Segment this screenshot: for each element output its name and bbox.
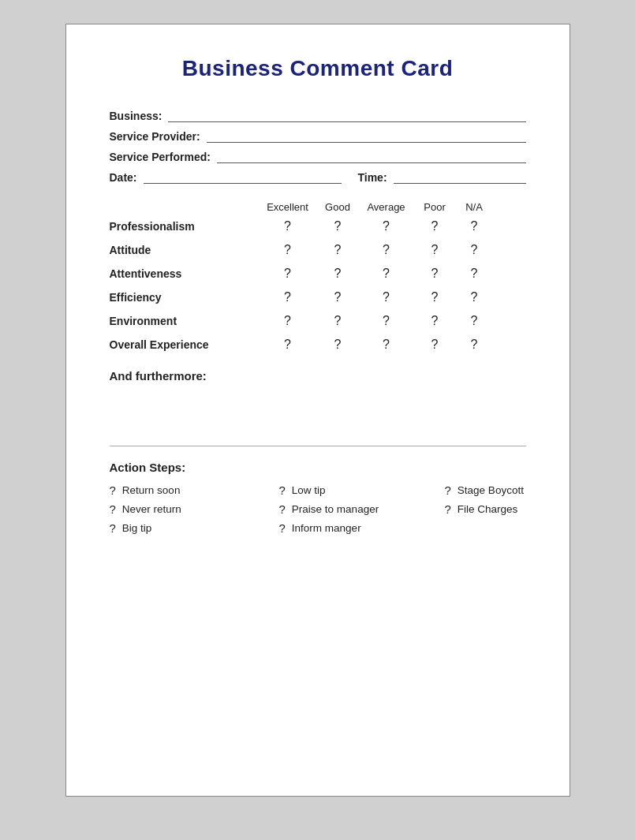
radio-excellent-2[interactable]: ? bbox=[260, 267, 316, 281]
business-input-line[interactable] bbox=[168, 110, 525, 122]
rating-row: Professionalism ? ? ? ? ? bbox=[110, 219, 526, 233]
action-text-0-1: Low tip bbox=[292, 484, 326, 496]
radio-poor-0[interactable]: ? bbox=[413, 219, 457, 233]
action-radio-0-2[interactable]: ? bbox=[445, 483, 451, 497]
rating-row-label: Overall Experience bbox=[110, 338, 260, 351]
rating-row: Attentiveness ? ? ? ? ? bbox=[110, 267, 526, 281]
header-poor: Poor bbox=[413, 201, 457, 213]
action-steps-section: Action Steps: ? Return soon ? Low tip ? … bbox=[110, 461, 526, 535]
fields-section: Business: Service Provider: Service Perf… bbox=[110, 110, 526, 184]
date-time-row: Date: Time: bbox=[110, 171, 526, 184]
radio-na-2[interactable]: ? bbox=[457, 267, 492, 281]
rating-rows-container: Professionalism ? ? ? ? ? Attitude ? ? ?… bbox=[110, 219, 526, 352]
action-text-0-0: Return soon bbox=[122, 484, 181, 496]
action-radio-2-1[interactable]: ? bbox=[279, 521, 286, 535]
radio-average-3[interactable]: ? bbox=[360, 290, 413, 304]
divider bbox=[110, 446, 526, 446]
radio-good-2[interactable]: ? bbox=[316, 267, 360, 281]
action-text-2-1: Inform manger bbox=[292, 522, 361, 534]
card-title: Business Comment Card bbox=[110, 56, 526, 81]
rating-row-label: Attentiveness bbox=[110, 267, 260, 280]
rating-row: Attitude ? ? ? ? ? bbox=[110, 243, 526, 257]
radio-good-1[interactable]: ? bbox=[316, 243, 360, 257]
radio-na-0[interactable]: ? bbox=[457, 219, 492, 233]
service-performed-input-line[interactable] bbox=[217, 151, 526, 163]
service-performed-field-row: Service Performed: bbox=[110, 151, 526, 163]
service-provider-input-line[interactable] bbox=[207, 130, 526, 143]
furthermore-section: And furthermore: bbox=[110, 369, 526, 383]
action-text-1-2: File Charges bbox=[458, 503, 518, 515]
action-col-1-1: ? Praise to manager bbox=[279, 502, 445, 516]
date-input-line[interactable] bbox=[144, 171, 342, 184]
rating-header-row: Excellent Good Average Poor N/A bbox=[110, 201, 526, 213]
header-good: Good bbox=[316, 201, 360, 213]
action-radio-1-1[interactable]: ? bbox=[279, 502, 286, 516]
action-col-0-1: ? Low tip bbox=[279, 483, 445, 497]
radio-average-0[interactable]: ? bbox=[360, 219, 413, 233]
header-excellent: Excellent bbox=[260, 201, 316, 213]
action-text-1-0: Never return bbox=[122, 503, 181, 515]
radio-na-1[interactable]: ? bbox=[457, 243, 492, 257]
radio-poor-5[interactable]: ? bbox=[413, 338, 457, 352]
radio-excellent-1[interactable]: ? bbox=[260, 243, 316, 257]
radio-na-4[interactable]: ? bbox=[457, 314, 492, 328]
furthermore-label: And furthermore: bbox=[110, 369, 526, 383]
rating-row-label: Attitude bbox=[110, 244, 260, 256]
service-provider-label: Service Provider: bbox=[110, 130, 200, 143]
action-radio-1-2[interactable]: ? bbox=[445, 502, 451, 516]
radio-excellent-0[interactable]: ? bbox=[260, 219, 316, 233]
business-label: Business: bbox=[110, 110, 162, 122]
action-steps-title: Action Steps: bbox=[110, 461, 526, 474]
radio-excellent-5[interactable]: ? bbox=[260, 338, 316, 352]
radio-average-4[interactable]: ? bbox=[360, 314, 413, 328]
radio-good-4[interactable]: ? bbox=[316, 314, 360, 328]
radio-poor-3[interactable]: ? bbox=[413, 290, 457, 304]
action-col-1-0: ? Never return bbox=[110, 502, 279, 516]
action-col-2-0: ? Big tip bbox=[110, 521, 279, 535]
header-na: N/A bbox=[457, 201, 492, 213]
radio-na-5[interactable]: ? bbox=[457, 338, 492, 352]
radio-good-0[interactable]: ? bbox=[316, 219, 360, 233]
radio-good-3[interactable]: ? bbox=[316, 290, 360, 304]
radio-poor-2[interactable]: ? bbox=[413, 267, 457, 281]
rating-row-label: Environment bbox=[110, 315, 260, 327]
action-row: ? Never return ? Praise to manager ? Fil… bbox=[110, 502, 526, 516]
radio-excellent-3[interactable]: ? bbox=[260, 290, 316, 304]
business-field-row: Business: bbox=[110, 110, 526, 122]
action-row: ? Big tip ? Inform manger bbox=[110, 521, 526, 535]
radio-good-5[interactable]: ? bbox=[316, 338, 360, 352]
action-row: ? Return soon ? Low tip ? Stage Boycott bbox=[110, 483, 526, 497]
date-label: Date: bbox=[110, 171, 137, 184]
action-radio-1-0[interactable]: ? bbox=[110, 502, 116, 516]
radio-poor-4[interactable]: ? bbox=[413, 314, 457, 328]
radio-excellent-4[interactable]: ? bbox=[260, 314, 316, 328]
rating-row: Overall Experience ? ? ? ? ? bbox=[110, 338, 526, 352]
action-col-0-0: ? Return soon bbox=[110, 483, 279, 497]
action-col-2-1: ? Inform manger bbox=[279, 521, 445, 535]
service-provider-field-row: Service Provider: bbox=[110, 130, 526, 143]
action-text-1-1: Praise to manager bbox=[292, 503, 379, 515]
action-radio-0-0[interactable]: ? bbox=[110, 483, 116, 497]
rating-row-label: Efficiency bbox=[110, 291, 260, 304]
header-average: Average bbox=[360, 201, 413, 213]
rating-row-label: Professionalism bbox=[110, 220, 260, 233]
action-col-0-2: ? Stage Boycott bbox=[445, 483, 526, 497]
radio-average-1[interactable]: ? bbox=[360, 243, 413, 257]
rating-row: Environment ? ? ? ? ? bbox=[110, 314, 526, 328]
radio-average-2[interactable]: ? bbox=[360, 267, 413, 281]
time-input-line[interactable] bbox=[394, 171, 526, 184]
radio-average-5[interactable]: ? bbox=[360, 338, 413, 352]
radio-poor-1[interactable]: ? bbox=[413, 243, 457, 257]
time-label: Time: bbox=[357, 171, 387, 184]
action-col-1-2: ? File Charges bbox=[445, 502, 526, 516]
action-text-0-2: Stage Boycott bbox=[458, 484, 524, 496]
radio-na-3[interactable]: ? bbox=[457, 290, 492, 304]
service-performed-label: Service Performed: bbox=[110, 151, 211, 163]
action-radio-2-0[interactable]: ? bbox=[110, 521, 116, 535]
action-text-2-0: Big tip bbox=[122, 522, 152, 534]
business-comment-card: Business Comment Card Business: Service … bbox=[65, 24, 570, 797]
rating-section: Excellent Good Average Poor N/A Professi… bbox=[110, 201, 526, 352]
action-radio-0-1[interactable]: ? bbox=[279, 483, 286, 497]
action-steps-grid: ? Return soon ? Low tip ? Stage Boycott … bbox=[110, 483, 526, 535]
rating-row: Efficiency ? ? ? ? ? bbox=[110, 290, 526, 304]
